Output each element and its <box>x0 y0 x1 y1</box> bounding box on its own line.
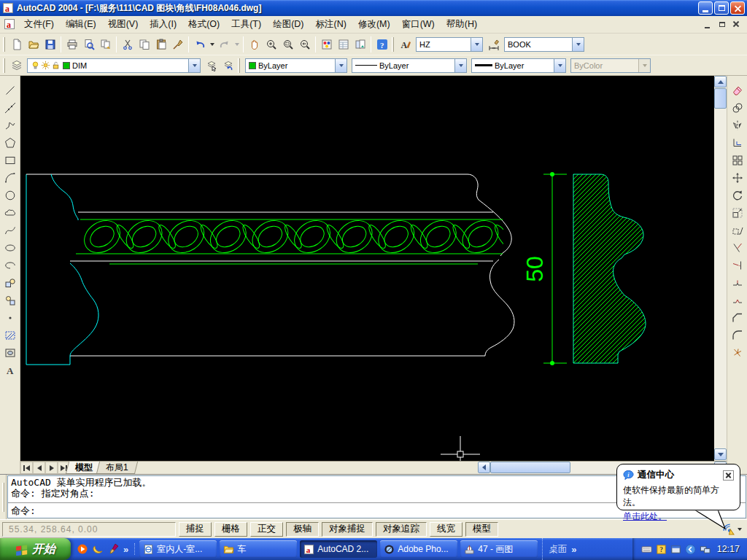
taskbar-task[interactable]: 车 <box>220 540 297 558</box>
desktop-label[interactable]: 桌面 <box>549 543 567 556</box>
tray-question[interactable]: ? <box>656 544 667 555</box>
balloon-link[interactable]: 单击此处。 <box>623 510 734 523</box>
quick-launch-media-player[interactable] <box>77 543 88 555</box>
menu-item[interactable]: 绘图(D) <box>267 16 309 33</box>
toolbar-grip[interactable] <box>392 37 394 52</box>
status-toggle-线宽[interactable]: 线宽 <box>430 522 462 537</box>
arc-button[interactable] <box>1 169 19 187</box>
status-toggle-极轴[interactable]: 极轴 <box>286 522 319 537</box>
insert-block-button[interactable] <box>1 274 19 292</box>
array-button[interactable] <box>729 152 746 169</box>
tool-palettes-button[interactable] <box>318 36 335 52</box>
status-toggle-对象捕捉[interactable]: 对象捕捉 <box>322 522 373 537</box>
construction-line-button[interactable] <box>1 99 19 117</box>
make-layer-current-button[interactable] <box>203 57 220 74</box>
status-toggle-对象追踪[interactable]: 对象追踪 <box>376 522 427 537</box>
ellipse-button[interactable] <box>1 239 19 257</box>
layer-value[interactable]: DIM <box>72 61 87 70</box>
layer-manager-button[interactable] <box>8 57 25 74</box>
help-button[interactable]: ? <box>374 36 390 52</box>
restore-button[interactable] <box>714 1 729 15</box>
drawing-canvas[interactable]: 50 <box>20 76 714 461</box>
dim-style-dropdown-arrow[interactable] <box>572 38 584 51</box>
match-properties-button[interactable] <box>169 36 186 52</box>
tray-network[interactable] <box>700 544 711 555</box>
plot-preview-button[interactable] <box>80 36 97 52</box>
menu-item[interactable]: 插入(I) <box>144 16 182 33</box>
lineweight-value[interactable]: ByLayer <box>495 61 524 70</box>
polygon-button[interactable] <box>1 134 19 152</box>
scroll-left-button[interactable] <box>478 462 490 473</box>
menu-item[interactable]: 窗口(W) <box>396 16 441 33</box>
move-button[interactable] <box>729 169 746 187</box>
quick-launch-swoosh[interactable] <box>93 543 104 555</box>
rotate-button[interactable] <box>729 187 746 204</box>
save-button[interactable] <box>42 36 58 52</box>
toolbar-grip[interactable] <box>3 58 5 73</box>
tab-first-button[interactable] <box>20 462 33 474</box>
erase-button[interactable] <box>729 82 746 99</box>
menu-item[interactable]: 文件(F) <box>18 16 60 33</box>
doc-minimize-button[interactable] <box>701 19 713 30</box>
document-icon[interactable]: a <box>4 18 16 31</box>
new-button[interactable] <box>8 36 25 52</box>
paste-button[interactable] <box>152 36 169 52</box>
text-style-value[interactable]: HZ <box>417 40 471 49</box>
break-at-point-button[interactable] <box>729 274 746 292</box>
status-toggle-正交[interactable]: 正交 <box>250 522 283 537</box>
tray-keyboard[interactable] <box>641 544 652 555</box>
color-value[interactable]: ByLayer <box>258 61 287 70</box>
lineweight-dropdown-arrow[interactable] <box>554 59 565 72</box>
circle-button[interactable] <box>1 187 19 204</box>
designcenter-button[interactable] <box>352 36 368 52</box>
zoom-window-button[interactable] <box>279 36 296 52</box>
zoom-realtime-button[interactable] <box>263 36 279 52</box>
vertical-scrollbar[interactable] <box>714 76 727 461</box>
pan-button[interactable] <box>246 36 263 52</box>
copy-button[interactable] <box>136 36 152 52</box>
dim-style-combo[interactable]: BOOK <box>504 37 584 52</box>
publish-button[interactable] <box>97 36 114 52</box>
mtext-button[interactable]: A <box>1 362 19 379</box>
doc-restore-button[interactable] <box>716 19 728 30</box>
doc-close-button[interactable] <box>730 19 743 30</box>
copy-object-button[interactable] <box>729 99 746 117</box>
layer-previous-button[interactable] <box>220 57 236 74</box>
spline-button[interactable] <box>1 222 19 239</box>
color-combo[interactable]: ByLayer <box>245 58 347 73</box>
tray-dropdown-icon[interactable] <box>738 528 742 531</box>
offset-button[interactable] <box>729 134 746 152</box>
ellipse-arc-button[interactable] <box>1 257 19 274</box>
polyline-button[interactable] <box>1 117 19 134</box>
line-button[interactable] <box>1 82 19 99</box>
text-style-combo[interactable]: HZ <box>416 37 483 52</box>
close-button[interactable] <box>730 1 745 15</box>
undo-dropdown-button[interactable] <box>208 36 216 52</box>
menu-item[interactable]: 标注(N) <box>310 16 352 33</box>
stretch-button[interactable] <box>729 222 746 239</box>
quick-launch-brush[interactable] <box>109 543 120 555</box>
taskbar-task[interactable]: aAutoCAD 2... <box>300 540 377 558</box>
layer-dropdown-arrow[interactable] <box>188 59 200 72</box>
linetype-value[interactable]: ByLayer <box>379 61 409 70</box>
balloon-close-button[interactable] <box>723 470 734 481</box>
chamfer-button[interactable] <box>729 309 746 327</box>
toolbar-grip[interactable] <box>238 58 240 73</box>
status-toggle-捕捉[interactable]: 捕捉 <box>179 522 212 537</box>
tab-layout1[interactable]: 布局1 <box>96 462 138 474</box>
menu-item[interactable]: 帮助(H) <box>441 16 483 33</box>
scale-button[interactable] <box>729 204 746 222</box>
mirror-button[interactable] <box>729 117 746 134</box>
zoom-previous-button[interactable] <box>296 36 313 52</box>
menu-item[interactable]: 编辑(E) <box>60 16 102 33</box>
desktop-overflow-chevron[interactable]: » <box>571 544 576 555</box>
rectangle-button[interactable] <box>1 152 19 169</box>
menu-item[interactable]: 视图(V) <box>102 16 144 33</box>
extend-button[interactable] <box>729 257 746 274</box>
color-dropdown-arrow[interactable] <box>335 59 347 72</box>
layer-combo[interactable]: DIM <box>27 58 201 73</box>
horizontal-scroll-thumb[interactable] <box>490 462 570 473</box>
dim-style-value[interactable]: BOOK <box>505 40 572 49</box>
scroll-up-button[interactable] <box>714 76 727 88</box>
open-button[interactable] <box>25 36 42 52</box>
